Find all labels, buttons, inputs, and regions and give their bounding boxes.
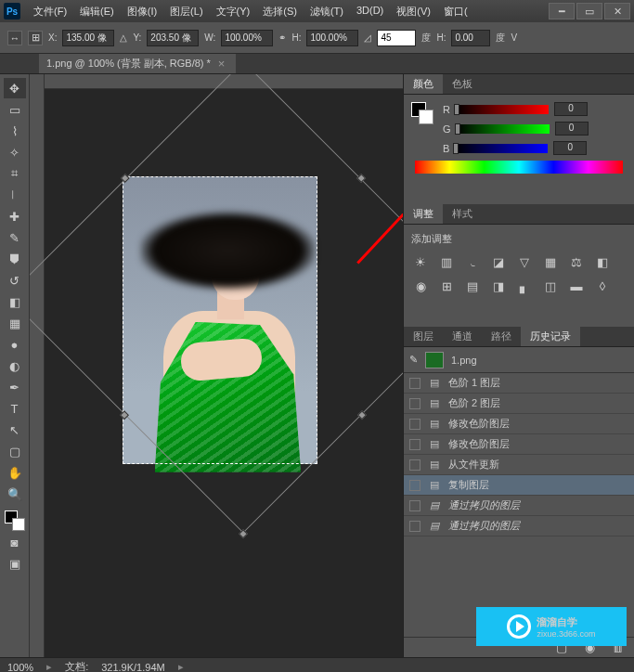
- zoom-tool[interactable]: 🔍: [4, 484, 26, 504]
- history-item[interactable]: ▤通过拷贝的图层: [404, 516, 634, 536]
- history-brush-tool[interactable]: ↺: [4, 270, 26, 291]
- blur-tool[interactable]: ●: [4, 334, 26, 355]
- balance-icon[interactable]: ⚖: [567, 253, 586, 270]
- tab-adjustments[interactable]: 调整: [404, 204, 443, 224]
- invert-icon[interactable]: ◨: [489, 278, 508, 294]
- eyedropper-tool[interactable]: ⃒: [4, 185, 26, 205]
- history-item[interactable]: ▤色阶 2 图层: [404, 394, 634, 414]
- maximize-button[interactable]: ▭: [576, 3, 602, 19]
- crop-tool[interactable]: ⌗: [4, 163, 26, 184]
- menu-edit[interactable]: 编辑(E): [74, 2, 120, 21]
- heal-tool[interactable]: ✚: [4, 206, 26, 226]
- y-input[interactable]: [147, 30, 199, 46]
- marquee-tool[interactable]: ▭: [4, 99, 26, 120]
- type-tool[interactable]: T: [4, 398, 26, 419]
- history-item[interactable]: ▤从文件更新: [404, 455, 634, 475]
- vibrance-icon[interactable]: ▽: [515, 253, 534, 270]
- history-checkbox[interactable]: [409, 439, 421, 450]
- history-item[interactable]: ▤修改色阶图层: [404, 414, 634, 434]
- tab-paths[interactable]: 路径: [482, 327, 521, 346]
- history-item[interactable]: ▤修改色阶图层: [404, 434, 634, 455]
- history-checkbox[interactable]: [409, 419, 421, 430]
- history-item[interactable]: ▤色阶 1 图层: [404, 373, 634, 394]
- shape-tool[interactable]: ▢: [4, 441, 26, 461]
- move-tool[interactable]: ✥: [4, 78, 26, 98]
- tab-layers[interactable]: 图层: [404, 327, 443, 346]
- b-slider[interactable]: [455, 144, 548, 153]
- history-checkbox[interactable]: [409, 480, 421, 491]
- brush-tool[interactable]: ✎: [4, 227, 26, 248]
- menu-3d[interactable]: 3D(D): [351, 2, 389, 21]
- history-checkbox[interactable]: [409, 378, 421, 389]
- history-snapshot[interactable]: ✎ 1.png: [404, 347, 634, 373]
- curves-icon[interactable]: ⦦: [463, 253, 482, 270]
- history-item[interactable]: ▤通过拷贝的图层: [404, 496, 634, 516]
- r-value[interactable]: 0: [554, 102, 588, 116]
- menu-view[interactable]: 视图(V): [391, 2, 436, 21]
- color-swatch[interactable]: [5, 510, 25, 531]
- brightness-icon[interactable]: ☀: [411, 253, 430, 270]
- history-checkbox[interactable]: [409, 459, 421, 471]
- menu-window[interactable]: 窗口(: [438, 2, 473, 21]
- menu-file[interactable]: 文件(F): [28, 2, 72, 21]
- tab-styles[interactable]: 样式: [443, 204, 482, 224]
- h-input[interactable]: [306, 30, 358, 46]
- menu-filter[interactable]: 滤镜(T): [304, 2, 349, 21]
- photo-filter-icon[interactable]: ◉: [411, 278, 430, 294]
- tab-color[interactable]: 颜色: [404, 74, 443, 94]
- gradient-tool[interactable]: ▦: [4, 313, 26, 333]
- close-button[interactable]: ✕: [604, 3, 630, 19]
- menu-image[interactable]: 图像(I): [122, 2, 162, 21]
- g-value[interactable]: 0: [555, 122, 589, 136]
- pen-tool[interactable]: ✒: [4, 377, 26, 397]
- path-tool[interactable]: ↖: [4, 420, 26, 440]
- link-icon[interactable]: ⚭: [278, 32, 286, 43]
- hue-icon[interactable]: ▦: [541, 253, 560, 270]
- close-tab-icon[interactable]: ×: [218, 57, 226, 71]
- history-checkbox[interactable]: [409, 398, 421, 409]
- poster-icon[interactable]: ▖: [515, 278, 534, 294]
- quickmask-tool[interactable]: ◙: [4, 532, 26, 552]
- tab-swatches[interactable]: 色板: [443, 74, 482, 94]
- tab-history[interactable]: 历史记录: [521, 327, 580, 346]
- document-tab[interactable]: 1.png @ 100% (背景 副本, RGB/8) * ×: [39, 54, 236, 73]
- menu-layer[interactable]: 图层(L): [164, 2, 208, 21]
- r-slider[interactable]: [456, 105, 549, 114]
- threshold-icon[interactable]: ◫: [541, 278, 560, 294]
- screenmode-tool[interactable]: ▣: [4, 553, 26, 574]
- dodge-tool[interactable]: ◐: [4, 355, 26, 376]
- reference-point-icon[interactable]: ⊞: [28, 31, 43, 45]
- menu-type[interactable]: 文字(Y): [211, 2, 256, 21]
- color-panel-tabs: 颜色 色板: [404, 74, 634, 95]
- eraser-tool[interactable]: ◧: [4, 291, 26, 312]
- levels-icon[interactable]: ▥: [437, 253, 456, 270]
- history-checkbox[interactable]: [409, 521, 421, 532]
- stamp-tool[interactable]: ⛊: [4, 249, 26, 269]
- history-item[interactable]: ▤复制图层: [404, 475, 634, 496]
- g-slider[interactable]: [457, 124, 550, 134]
- lookup-icon[interactable]: ▤: [463, 278, 482, 294]
- lasso-tool[interactable]: ⌇: [4, 121, 26, 141]
- wand-tool[interactable]: ✧: [4, 142, 26, 162]
- canvas[interactable]: [30, 74, 403, 657]
- exposure-icon[interactable]: ◪: [489, 253, 508, 270]
- hand-tool[interactable]: ✋: [4, 462, 26, 483]
- w-input[interactable]: [221, 30, 273, 46]
- delta-icon[interactable]: △: [120, 32, 127, 43]
- mixer-icon[interactable]: ⊞: [437, 278, 456, 294]
- bw-icon[interactable]: ◧: [593, 253, 612, 270]
- tab-channels[interactable]: 通道: [443, 327, 482, 346]
- minimize-button[interactable]: ━: [549, 3, 575, 19]
- selective-icon[interactable]: ◊: [593, 278, 612, 294]
- angle-input[interactable]: [377, 30, 416, 46]
- transform-tool-icon[interactable]: ↔: [7, 31, 22, 45]
- menu-select[interactable]: 选择(S): [257, 2, 303, 21]
- h2-input[interactable]: [451, 30, 490, 46]
- gradient-map-icon[interactable]: ▬: [567, 278, 586, 294]
- history-checkbox[interactable]: [409, 500, 421, 511]
- b-value[interactable]: 0: [553, 141, 587, 155]
- color-spectrum[interactable]: [415, 161, 623, 174]
- x-input[interactable]: [62, 30, 114, 46]
- zoom-level[interactable]: 100%: [7, 662, 33, 673]
- color-swatch-panel[interactable]: [411, 102, 433, 124]
